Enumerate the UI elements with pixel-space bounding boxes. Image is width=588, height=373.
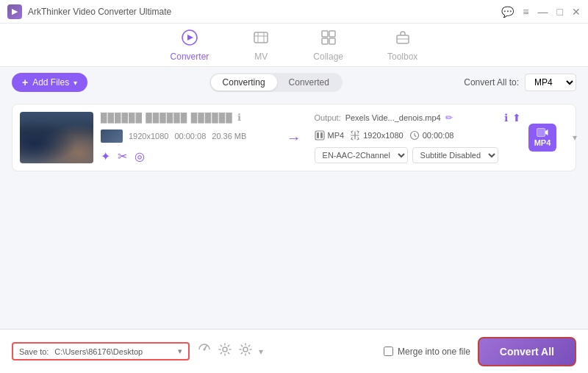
audio-dropdown[interactable]: EN-AAC-2Channel (315, 147, 408, 163)
convert-all-to-label: Convert All to: (464, 77, 519, 88)
save-to-section: Save to: C:\Users\86176\Desktop ▾ (12, 342, 190, 360)
merge-label: Merge into one file (398, 347, 470, 357)
info-output-icon[interactable]: ℹ (504, 112, 508, 124)
output-settings: MP4 1920x1080 00:00:08 (315, 130, 521, 141)
tab-collage[interactable]: Collage (313, 29, 343, 62)
tab-converter[interactable]: Converter (171, 29, 209, 62)
save-to-path: C:\Users\86176\Desktop (54, 347, 172, 356)
tab-toolbox[interactable]: Toolbox (387, 29, 417, 62)
watermark-icon[interactable]: ◎ (135, 149, 145, 163)
file-name-row: ██████ ██████ ██████ ℹ (101, 112, 273, 123)
svg-point-17 (204, 349, 206, 351)
file-info-left: ██████ ██████ ██████ ℹ 1920x1080 00:00:0… (101, 112, 273, 163)
output-label: Output: (315, 113, 341, 122)
more-settings-icon[interactable] (238, 342, 253, 360)
output-filename: Pexels Vide..._denois.mp4 (345, 113, 441, 122)
add-files-label: Add Files (32, 77, 69, 88)
maximize-button[interactable]: □ (557, 6, 563, 18)
toolbar: + Add Files ▾ Converting Converted Conve… (0, 67, 588, 98)
converter-icon (182, 29, 198, 49)
window-controls: 💬 ≡ — □ ✕ (501, 6, 581, 18)
convert-all-button[interactable]: Convert All (478, 337, 576, 366)
svg-rect-8 (322, 38, 328, 44)
duration-info: 00:00:08 (409, 130, 454, 141)
meta-thumbnail (101, 129, 123, 143)
svg-rect-2 (254, 32, 268, 43)
tab-collage-label: Collage (313, 51, 343, 62)
cut-icon[interactable]: ✂ (118, 149, 127, 163)
convert-arrow-icon: → (287, 129, 301, 146)
thumbnail-image (20, 112, 93, 163)
codec-info: MP4 (315, 130, 345, 141)
tab-mv[interactable]: MV (253, 29, 269, 62)
tab-mv-label: MV (254, 51, 268, 62)
save-to-dropdown-icon[interactable]: ▾ (178, 347, 182, 356)
tab-toolbox-label: Toolbox (387, 51, 417, 62)
svg-rect-9 (329, 38, 335, 44)
file-size: 20.36 MB (212, 132, 246, 141)
format-badge-col: MP4 ▾ (528, 112, 568, 163)
arrow-col: → (281, 112, 307, 163)
tab-converted[interactable]: Converted (277, 74, 341, 90)
toolbox-icon (395, 29, 411, 49)
tab-converting[interactable]: Converting (211, 74, 277, 90)
speed-tool-icon[interactable] (197, 342, 212, 360)
out-duration: 00:00:08 (423, 131, 454, 140)
format-badge-dropdown-icon[interactable]: ▾ (573, 132, 577, 143)
file-meta: 1920x1080 00:00:08 20.36 MB (101, 129, 273, 143)
resolution-info: 1920x1080 (350, 130, 403, 141)
codec-label: MP4 (328, 131, 345, 140)
format-badge-text: MP4 (534, 138, 551, 147)
subtitle-dropdown[interactable]: Subtitle Disabled (412, 147, 498, 163)
svg-rect-14 (320, 132, 323, 138)
svg-marker-1 (187, 35, 193, 40)
empty-area (0, 177, 588, 339)
edit-filename-icon[interactable]: ✏ (445, 113, 453, 123)
merge-checkbox-section: Merge into one file (384, 347, 470, 357)
svg-point-19 (243, 347, 248, 352)
svg-rect-16 (537, 129, 545, 137)
close-button[interactable]: ✕ (572, 6, 581, 18)
file-actions: ✦ ✂ ◎ (101, 149, 273, 163)
save-to-label: Save to: (19, 347, 49, 356)
file-resolution: 1920x1080 (129, 132, 168, 141)
file-list: ██████ ██████ ██████ ℹ 1920x1080 00:00:0… (0, 98, 588, 177)
info-icon[interactable]: ℹ (237, 112, 241, 123)
duration-icon (409, 130, 420, 141)
chat-icon[interactable]: 💬 (501, 6, 514, 18)
codec-icon (315, 130, 325, 141)
svg-rect-6 (322, 31, 328, 37)
format-badge[interactable]: MP4 (528, 124, 556, 152)
file-duration: 00:00:08 (174, 132, 206, 141)
format-select[interactable]: MP4 MKV AVI MOV (525, 74, 576, 91)
app-icon: ▶ (7, 4, 22, 19)
plus-icon: + (22, 77, 28, 88)
app-title: ArkThinker Video Converter Ultimate (28, 7, 171, 17)
file-item: ██████ ██████ ██████ ℹ 1920x1080 00:00:0… (12, 104, 576, 171)
file-thumbnail (20, 112, 93, 163)
settings-tool-icon[interactable] (218, 342, 232, 360)
minimize-button[interactable]: — (538, 6, 548, 18)
status-tabs: Converting Converted (209, 73, 343, 92)
file-name: ██████ ██████ ██████ (101, 113, 233, 123)
svg-rect-12 (315, 131, 324, 140)
nav-tabs: Converter MV Collage (0, 24, 588, 67)
bottom-tools: ▾ (197, 342, 263, 360)
add-files-button[interactable]: + Add Files ▾ (12, 73, 87, 92)
add-files-dropdown-icon: ▾ (74, 79, 77, 87)
enhance-icon[interactable]: ✦ (101, 149, 110, 163)
mv-icon (253, 29, 269, 49)
menu-icon[interactable]: ≡ (523, 6, 528, 18)
merge-checkbox[interactable] (384, 347, 393, 356)
tab-converter-label: Converter (171, 51, 209, 62)
bottom-bar: Save to: C:\Users\86176\Desktop ▾ ▾ (0, 329, 588, 373)
settings-output-icon[interactable]: ⬆ (512, 112, 521, 124)
convert-all-to: Convert All to: MP4 MKV AVI MOV (464, 74, 576, 91)
output-info: Output: Pexels Vide..._denois.mp4 ✏ ℹ ⬆ … (315, 112, 521, 163)
output-row: Output: Pexels Vide..._denois.mp4 ✏ ℹ ⬆ (315, 112, 521, 124)
video-format-icon (537, 128, 548, 137)
title-bar-left: ▶ ArkThinker Video Converter Ultimate (7, 4, 171, 19)
more-options-arrow[interactable]: ▾ (259, 347, 263, 357)
svg-rect-7 (329, 31, 335, 37)
output-dropdowns: EN-AAC-2Channel Subtitle Disabled (315, 147, 521, 163)
